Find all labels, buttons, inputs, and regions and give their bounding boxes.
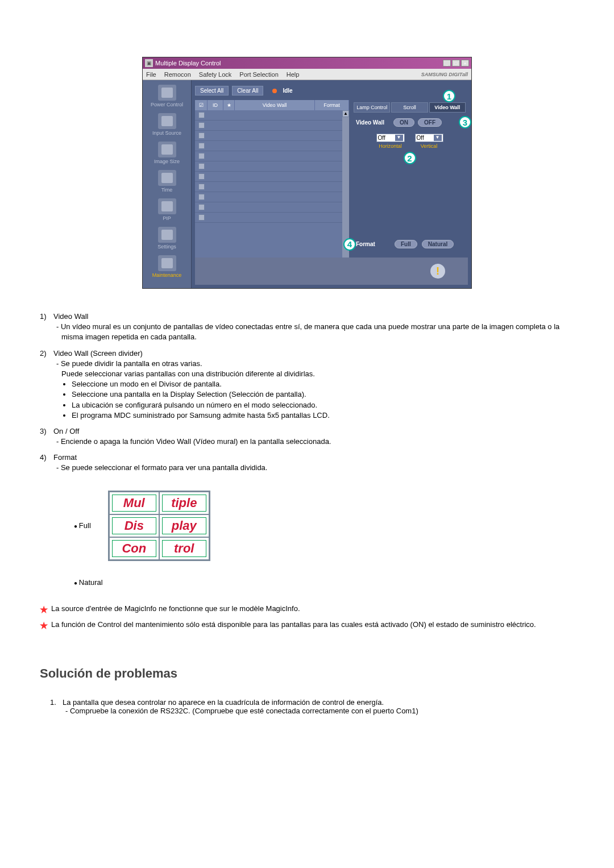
row-checkbox[interactable]: [198, 184, 205, 190]
select-all-button[interactable]: Select All: [195, 86, 229, 95]
main-area: Select All Clear All Idle ☑ ID ★ Video W…: [191, 80, 471, 288]
sidebar-maintenance[interactable]: Maintenance: [145, 255, 189, 278]
close-button[interactable]: ×: [461, 60, 469, 67]
chevron-down-icon: ▼: [434, 135, 442, 141]
clear-all-button[interactable]: Clear All: [232, 86, 263, 95]
row-checkbox[interactable]: [198, 132, 205, 139]
idle-indicator-icon: [272, 89, 277, 93]
full-button[interactable]: Full: [395, 240, 417, 248]
row-checkbox[interactable]: [198, 194, 205, 200]
sidebar-power-control[interactable]: Power Control: [145, 85, 189, 107]
table-row[interactable]: [195, 151, 349, 161]
callout-4: 4: [343, 238, 356, 251]
format-example-full: Full Mul tiple Dis play Con trol: [40, 491, 574, 561]
format-row: 4 Format Full Natural: [356, 155, 463, 248]
sidebar-time[interactable]: Time: [145, 170, 189, 193]
table-row[interactable]: [195, 172, 349, 182]
menu-remocon[interactable]: Remocon: [164, 71, 191, 78]
th-id: ID: [208, 100, 223, 110]
window-buttons: _ □ ×: [443, 60, 469, 67]
on-button[interactable]: ON: [393, 118, 414, 127]
table-row[interactable]: [195, 192, 349, 202]
callout-3: 3: [459, 116, 471, 128]
th-star: ★: [223, 100, 235, 110]
pip-icon: [158, 198, 176, 214]
maintenance-icon: [158, 255, 176, 271]
window-title: Multiple Display Control: [155, 60, 221, 67]
menu-help[interactable]: Help: [287, 71, 300, 78]
description-list: 1) Video Wall Un vídeo mural es un conju…: [40, 312, 574, 474]
app-footer: !: [195, 258, 468, 285]
menu-port-selection[interactable]: Port Selection: [239, 71, 278, 78]
row-checkbox[interactable]: [198, 204, 205, 210]
scroll-up-icon[interactable]: ▲: [342, 110, 349, 117]
natural-label: Natural: [74, 578, 103, 587]
power-icon: [158, 85, 176, 101]
table-row[interactable]: [195, 202, 349, 213]
row-checkbox[interactable]: [198, 112, 205, 118]
ts-item-1: 1. La pantalla que desea controlar no ap…: [50, 698, 418, 715]
brand-logo: SAMSUNG DIGITall: [421, 72, 468, 77]
table-row[interactable]: [195, 110, 349, 121]
video-wall-row: Video Wall ON OFF 3: [356, 118, 463, 127]
natural-button[interactable]: Natural: [422, 240, 454, 248]
horizontal-select[interactable]: Off ▼: [376, 134, 405, 142]
th-format: Format: [315, 100, 349, 110]
horizontal-group: Off ▼ Horizontal: [376, 134, 405, 149]
application-window: ▣ Multiple Display Control _ □ × File Re…: [142, 57, 472, 289]
content-row: ☑ ID ★ Video Wall Format: [195, 100, 468, 258]
table-row[interactable]: [195, 121, 349, 131]
sidebar-settings[interactable]: Settings: [145, 227, 189, 250]
table-row[interactable]: [195, 161, 349, 172]
minimize-button[interactable]: _: [443, 60, 451, 67]
tab-scroll[interactable]: Scroll: [391, 102, 428, 113]
desc-2-bullets: Seleccione un modo en el Divisor de pant…: [53, 379, 330, 421]
desc-item-4: 4) Format Se puede seleccionar el format…: [40, 452, 574, 473]
row-checkbox[interactable]: [198, 163, 205, 169]
maximize-button[interactable]: □: [452, 60, 460, 67]
notes: ★ La source d'entrée de MagicInfo ne fon…: [40, 604, 574, 633]
vertical-select[interactable]: Off ▼: [415, 134, 443, 142]
row-checkbox[interactable]: [198, 214, 205, 221]
callout-1: 1: [443, 90, 455, 102]
note-2: ★ La función de Control del mantenimient…: [40, 620, 574, 632]
sidebar: Power Control Input Source Image Size Ti…: [143, 80, 191, 288]
table-row[interactable]: [195, 141, 349, 151]
time-icon: [158, 170, 176, 186]
desc-item-1: 1) Video Wall Un vídeo mural es un conju…: [40, 312, 574, 343]
desc-item-3: 3) On / Off Enciende o apaga la función …: [40, 426, 574, 447]
sidebar-pip[interactable]: PIP: [145, 198, 189, 221]
chevron-down-icon: ▼: [395, 135, 403, 141]
input-icon: [158, 113, 176, 129]
image-size-icon: [158, 142, 176, 157]
menu-file[interactable]: File: [146, 71, 156, 78]
toolbar: Select All Clear All Idle: [195, 84, 468, 100]
format-label: Format: [356, 241, 390, 247]
row-checkbox[interactable]: [198, 143, 205, 149]
table-row[interactable]: [195, 182, 349, 192]
table-row[interactable]: [195, 131, 349, 141]
scrollbar[interactable]: ▲: [342, 110, 349, 258]
app-body: Power Control Input Source Image Size Ti…: [143, 80, 471, 288]
menu-safety-lock[interactable]: Safety Lock: [199, 71, 231, 78]
troubleshoot-heading: Solución de problemas: [40, 666, 574, 681]
row-checkbox[interactable]: [198, 122, 205, 128]
warning-icon: !: [430, 264, 445, 279]
settings-icon: [158, 227, 176, 243]
vertical-group: Off ▼ Vertical: [415, 134, 443, 149]
right-panel: Lamp Control Scroll Video Wall 1 Video W…: [351, 100, 468, 258]
sidebar-input-source[interactable]: Input Source: [145, 113, 189, 136]
off-button[interactable]: OFF: [418, 118, 442, 127]
sidebar-image-size[interactable]: Image Size: [145, 142, 189, 164]
menubar: File Remocon Safety Lock Port Selection …: [143, 69, 471, 80]
row-checkbox[interactable]: [198, 153, 205, 159]
row-checkbox[interactable]: [198, 173, 205, 180]
note-1: ★ La source d'entrée de MagicInfo ne fon…: [40, 604, 574, 616]
table-row[interactable]: [195, 213, 349, 223]
star-icon: ★: [40, 620, 48, 632]
th-check[interactable]: ☑: [195, 100, 208, 110]
tab-lamp-control[interactable]: Lamp Control: [354, 102, 390, 113]
full-label: Full: [74, 521, 91, 530]
horizontal-label: Horizontal: [376, 143, 405, 149]
tab-video-wall[interactable]: Video Wall: [429, 102, 466, 113]
